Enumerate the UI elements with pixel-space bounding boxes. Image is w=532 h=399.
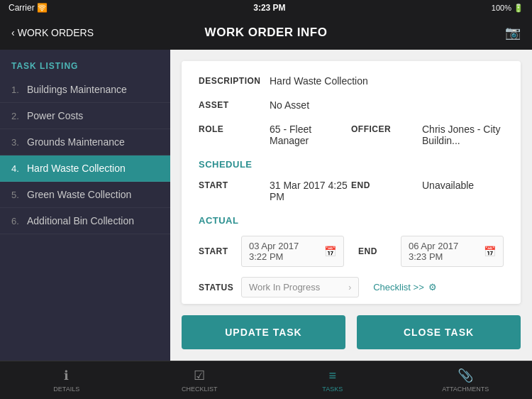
nav-item-details[interactable]: ℹ DETAILS [0, 361, 133, 399]
status-select[interactable]: Work In Progress › [241, 277, 359, 297]
actual-end-label: END [358, 246, 401, 256]
description-value: Hard Waste Collection [270, 75, 504, 87]
nav-label-attachments: ATTACHMENTS [442, 386, 489, 393]
sidebar-item-3[interactable]: 3. Grounds Maintenance [0, 129, 170, 155]
header: ‹ WORK ORDERS WORK ORDER INFO 📷 [0, 16, 532, 50]
actual-start-label: START [199, 246, 241, 256]
sidebar-item-label-1: Buildings Maintenance [27, 84, 127, 95]
actual-start-date: 03 Apr 2017 3:22 PM [249, 241, 318, 262]
sidebar-item-num-3: 3. [11, 137, 27, 148]
checklist-text: Checklist >> [373, 282, 424, 293]
schedule-start-value: 31 Mar 2017 4:25 PM [270, 180, 351, 202]
sidebar-item-4[interactable]: 4. Hard Waste Collection [0, 155, 170, 182]
main-panel: DESCRIPTION Hard Waste Collection ASSET … [170, 50, 532, 361]
sidebar-item-label-4: Hard Waste Collection [27, 163, 126, 174]
actual-end-date: 06 Apr 2017 3:23 PM [409, 241, 478, 262]
page-title: WORK ORDER INFO [205, 26, 328, 40]
sidebar-item-5[interactable]: 5. Green Waste Collection [0, 182, 170, 208]
update-task-button[interactable]: UPDATE TASK [182, 315, 345, 349]
schedule-start-label: START [199, 180, 270, 190]
officer-col: OFFICER Chris Jones - City Buildin... [351, 124, 504, 146]
status-bar: Carrier 🛜 3:23 PM 100% 🔋 [0, 0, 532, 16]
calendar-end-icon: 📅 [484, 246, 496, 257]
schedule-start-col: START 31 Mar 2017 4:25 PM [199, 180, 351, 202]
sidebar-heading: TASK LISTING [0, 50, 170, 77]
actual-start-row: START 03 Apr 2017 3:22 PM 📅 END 06 Apr 2… [199, 236, 504, 267]
sidebar-item-num-6: 6. [11, 216, 27, 226]
nav-label-details: DETAILS [53, 386, 79, 393]
officer-value: Chris Jones - City Buildin... [422, 124, 504, 146]
sidebar-item-1[interactable]: 1. Buildings Maintenance [0, 77, 170, 103]
back-button[interactable]: ‹ WORK ORDERS [11, 27, 94, 38]
sidebar-item-label-3: Grounds Maintenance [27, 136, 125, 148]
camera-icon: 📷 [505, 26, 521, 40]
officer-label: OFFICER [351, 124, 422, 134]
camera-button[interactable]: 📷 [505, 25, 521, 40]
sidebar: TASK LISTING 1. Buildings Maintenance 2.… [0, 50, 170, 361]
status-battery: 100% 🔋 [492, 4, 523, 13]
role-label: ROLE [199, 124, 270, 134]
back-label: WORK ORDERS [18, 27, 94, 38]
nav-item-attachments[interactable]: 📎 ATTACHMENTS [399, 361, 533, 399]
checklist-link[interactable]: Checklist >> ⚙ [373, 282, 437, 293]
chevron-right-icon: › [348, 283, 351, 293]
status-label: STATUS [199, 283, 241, 293]
button-row: UPDATE TASK CLOSE TASK [170, 315, 532, 361]
actual-section-title: ACTUAL [199, 215, 504, 226]
role-col: ROLE 65 - Fleet Manager [199, 124, 351, 146]
content-area: TASK LISTING 1. Buildings Maintenance 2.… [0, 50, 532, 361]
status-value: Work In Progress [249, 282, 320, 293]
sidebar-item-label-6: Additional Bin Collection [27, 215, 134, 226]
nav-label-checklist: CHECKLIST [182, 386, 218, 393]
schedule-row: START 31 Mar 2017 4:25 PM END Unavailabl… [199, 180, 504, 202]
schedule-end-col: END Unavailable [351, 180, 504, 191]
bottom-nav: ℹ DETAILS ☑ CHECKLIST ≡ TASKS 📎 ATTACHME… [0, 361, 532, 399]
nav-icon-details: ℹ [64, 368, 69, 383]
role-officer-row: ROLE 65 - Fleet Manager OFFICER Chris Jo… [199, 124, 504, 146]
asset-value: No Asset [270, 99, 504, 111]
nav-icon-checklist: ☑ [194, 368, 205, 383]
schedule-section-title: SCHEDULE [199, 159, 504, 170]
description-label: DESCRIPTION [199, 75, 270, 86]
schedule-end-label: END [351, 180, 422, 190]
sidebar-item-num-5: 5. [11, 190, 27, 200]
actual-start-input[interactable]: 03 Apr 2017 3:22 PM 📅 [241, 236, 344, 267]
nav-item-tasks[interactable]: ≡ TASKS [266, 361, 399, 399]
actual-end-input[interactable]: 06 Apr 2017 3:23 PM 📅 [401, 236, 504, 267]
asset-label: ASSET [199, 99, 270, 110]
calendar-start-icon: 📅 [324, 246, 336, 257]
sidebar-item-2[interactable]: 2. Power Costs [0, 103, 170, 129]
status-time: 3:23 PM [253, 3, 285, 13]
schedule-end-value: Unavailable [422, 180, 504, 191]
sidebar-item-6[interactable]: 6. Additional Bin Collection [0, 208, 170, 234]
close-task-button[interactable]: CLOSE TASK [357, 315, 521, 349]
sidebar-item-num-4: 4. [11, 163, 27, 174]
asset-row: ASSET No Asset [199, 99, 504, 111]
sidebar-item-label-2: Power Costs [27, 110, 83, 121]
checklist-icon: ⚙ [428, 282, 437, 293]
back-chevron-icon: ‹ [11, 27, 15, 38]
status-row: STATUS Work In Progress › Checklist >> ⚙ [199, 277, 504, 297]
nav-item-checklist[interactable]: ☑ CHECKLIST [133, 361, 267, 399]
app-container: ‹ WORK ORDERS WORK ORDER INFO 📷 TASK LIS… [0, 16, 532, 399]
description-row: DESCRIPTION Hard Waste Collection [199, 75, 504, 87]
status-carrier: Carrier 🛜 [9, 3, 48, 13]
nav-label-tasks: TASKS [322, 386, 343, 393]
info-card: DESCRIPTION Hard Waste Collection ASSET … [182, 61, 521, 304]
sidebar-item-label-5: Green Waste Collection [27, 189, 131, 200]
sidebar-item-num-1: 1. [11, 84, 27, 95]
nav-icon-attachments: 📎 [458, 368, 473, 383]
sidebar-item-num-2: 2. [11, 111, 27, 121]
nav-icon-tasks: ≡ [328, 368, 336, 383]
role-value: 65 - Fleet Manager [270, 124, 351, 146]
